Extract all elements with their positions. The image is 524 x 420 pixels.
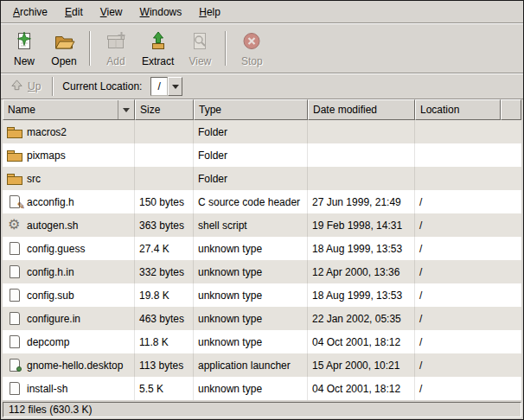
menu-help[interactable]: Help — [190, 3, 229, 22]
column-header-name[interactable]: Name — [3, 99, 135, 120]
stop-icon — [240, 30, 263, 55]
status-text: 112 files (630.3 K) — [9, 404, 93, 416]
file-date-modified: 18 Aug 1999, 13:53 — [308, 283, 415, 307]
document-icon — [7, 242, 23, 256]
combo-dropdown-icon[interactable] — [168, 77, 182, 96]
file-size: 463 bytes — [135, 307, 194, 330]
file-type: Folder — [194, 143, 308, 167]
table-row[interactable]: macros2 Folder — [3, 120, 521, 143]
new-button[interactable]: New — [4, 26, 44, 71]
table-row[interactable]: config.guess 27.4 K unknown type 18 Aug … — [3, 237, 521, 260]
file-type: Folder — [194, 120, 308, 143]
table-row[interactable]: depcomp 11.8 K unknown type 04 Oct 2001,… — [3, 330, 521, 353]
column-headers: Name Size Type Date modified Location — [3, 99, 521, 120]
file-name: acconfig.h — [27, 196, 74, 208]
location-bar: Up Current Location: / — [1, 73, 523, 99]
open-button[interactable]: Open — [44, 26, 84, 71]
file-size — [135, 120, 194, 143]
file-name: config.guess — [27, 243, 85, 255]
table-row[interactable]: gnome-hello.desktop 113 bytes applicatio… — [3, 353, 521, 377]
add-button-label: Add — [106, 56, 125, 67]
file-type: unknown type — [194, 260, 308, 283]
folder-icon — [7, 149, 23, 162]
file-type: unknown type — [194, 330, 308, 353]
new-archive-icon — [13, 30, 35, 55]
file-type: C source code header — [194, 190, 308, 213]
file-list-body: macros2 Folder pixmaps Folder src Folder… — [3, 120, 521, 400]
table-row[interactable]: install-sh 5.5 K unknown type 04 Oct 200… — [3, 377, 521, 400]
status-bar: 112 files (630.3 K) — [1, 400, 523, 419]
menu-windows[interactable]: Windows — [131, 3, 191, 22]
file-size: 19.8 K — [135, 283, 194, 307]
file-date-modified — [308, 143, 415, 167]
table-row[interactable]: autogen.sh 363 bytes shell script 19 Feb… — [3, 213, 521, 237]
extract-icon — [147, 30, 169, 55]
file-date-modified: 04 Oct 2001, 18:12 — [308, 330, 415, 353]
file-name: install-sh — [27, 383, 67, 395]
column-label-location: Location — [420, 104, 459, 116]
up-button: Up — [6, 77, 45, 96]
file-type: unknown type — [194, 237, 308, 260]
menu-view[interactable]: View — [92, 3, 131, 22]
file-type: unknown type — [194, 283, 308, 307]
menu-bar: Archive Edit View Windows Help — [1, 1, 523, 23]
column-header-stub — [501, 99, 521, 120]
file-size — [135, 167, 194, 190]
column-header-location[interactable]: Location — [415, 99, 501, 120]
menu-edit[interactable]: Edit — [56, 3, 92, 22]
file-size: 113 bytes — [135, 353, 194, 377]
document-icon — [7, 289, 23, 302]
extract-button[interactable]: Extract — [136, 26, 180, 71]
file-location: / — [415, 237, 501, 260]
launcher-icon — [7, 359, 23, 372]
file-location — [415, 143, 501, 167]
stop-button: Stop — [232, 26, 272, 71]
file-location: / — [415, 353, 501, 377]
file-size: 5.5 K — [135, 377, 194, 400]
file-name: src — [27, 173, 41, 185]
add-files-icon — [105, 30, 127, 55]
file-date-modified: 22 Jan 2002, 05:35 — [308, 307, 415, 330]
file-name: autogen.sh — [27, 220, 78, 232]
folder-icon — [7, 172, 23, 186]
view-button-label: View — [189, 56, 211, 67]
column-header-date-modified[interactable]: Date modified — [308, 99, 415, 120]
document-icon — [7, 312, 23, 326]
file-size: 363 bytes — [135, 213, 194, 237]
current-location-label: Current Location: — [61, 80, 144, 92]
table-row[interactable]: config.h.in 332 bytes unknown type 12 Ap… — [3, 260, 521, 283]
file-size: 150 bytes — [135, 190, 194, 213]
file-type: Folder — [194, 167, 308, 190]
location-combo[interactable]: / — [150, 77, 182, 96]
table-row[interactable]: configure.in 463 bytes unknown type 22 J… — [3, 307, 521, 330]
stop-button-label: Stop — [241, 56, 263, 67]
file-name: depcomp — [27, 336, 69, 348]
table-row[interactable]: acconfig.h 150 bytes C source code heade… — [3, 190, 521, 213]
status-box: 112 files (630.3 K) — [3, 402, 521, 417]
archive-manager-window: Archive Edit View Windows Help New — [0, 0, 524, 420]
table-row[interactable]: pixmaps Folder — [3, 143, 521, 167]
file-type: shell script — [194, 213, 308, 237]
file-date-modified: 18 Aug 1999, 13:53 — [308, 237, 415, 260]
file-name: macros2 — [27, 126, 67, 138]
toolbar-separator — [225, 31, 227, 66]
file-date-modified: 04 Oct 2001, 18:12 — [308, 377, 415, 400]
file-list: Name Size Type Date modified Location ma… — [1, 99, 523, 400]
view-file-icon — [189, 30, 211, 55]
column-label-type: Type — [199, 104, 221, 116]
source-icon — [7, 195, 23, 209]
document-icon — [7, 382, 23, 396]
menu-archive[interactable]: Archive — [4, 3, 56, 22]
file-location: / — [415, 377, 501, 400]
script-icon — [7, 219, 23, 232]
file-size — [135, 143, 194, 167]
column-header-size[interactable]: Size — [135, 99, 194, 120]
file-location — [415, 167, 501, 190]
table-row[interactable]: src Folder — [3, 167, 521, 190]
file-date-modified: 19 Feb 1998, 14:31 — [308, 213, 415, 237]
file-type: unknown type — [194, 377, 308, 400]
table-row[interactable]: config.sub 19.8 K unknown type 18 Aug 19… — [3, 283, 521, 307]
sort-indicator-icon[interactable] — [118, 100, 130, 119]
column-header-type[interactable]: Type — [194, 99, 308, 120]
file-type: application launcher — [194, 353, 308, 377]
